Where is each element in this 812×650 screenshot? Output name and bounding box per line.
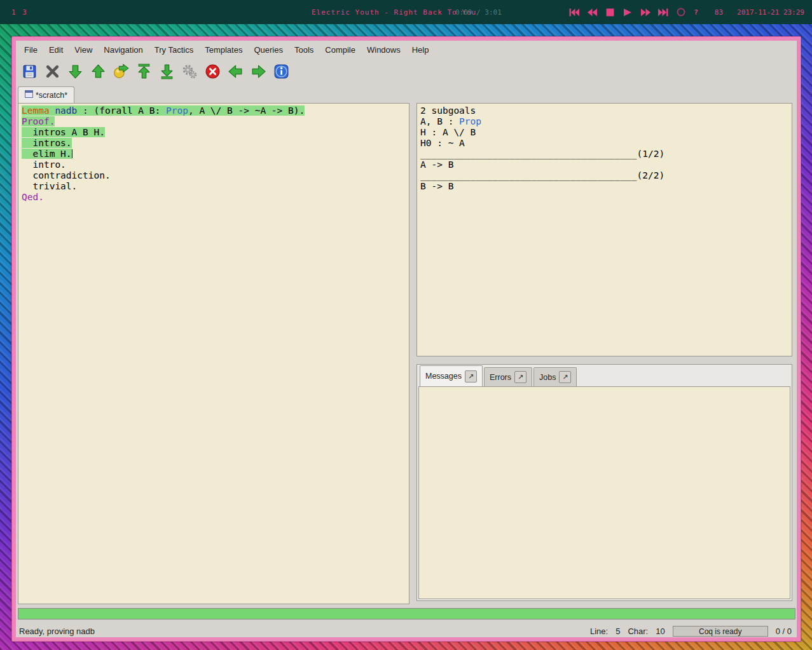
now-playing-time: 0:09 / 3:01 (455, 8, 502, 17)
goal-counter: 0 / 0 (776, 626, 792, 636)
clock: 2017-11-21 23:29 (737, 8, 804, 17)
goals-panel[interactable]: 2 subgoalsA, B : PropH : A \/ BH0 : ~ A_… (416, 103, 792, 356)
goals-line: _______________________________________(… (420, 170, 788, 181)
rewind-icon[interactable] (587, 8, 597, 17)
goals-line: B -> B (420, 181, 788, 192)
messages-tab-row: Messages↗Errors↗Jobs↗ (417, 365, 792, 386)
battery-indicator: 83 (715, 8, 723, 17)
system-bar: 1 3 Electric Youth - Right Back To You 0… (0, 0, 812, 24)
menu-item-edit[interactable]: Edit (43, 42, 69, 58)
back-button[interactable] (226, 62, 244, 80)
detach-errors-button[interactable]: ↗ (514, 371, 526, 383)
now-playing-title: Electric Youth - Right Back To You (312, 8, 476, 17)
forward-button[interactable] (249, 62, 267, 80)
tab-jobs[interactable]: Jobs↗ (533, 367, 577, 386)
status-text: Ready, proving nadb (19, 626, 95, 636)
go-to-end-button[interactable] (158, 62, 175, 80)
script-line: contradiction. (22, 170, 406, 181)
menu-item-templates[interactable]: Templates (199, 42, 248, 58)
fast-forward-icon[interactable] (640, 8, 650, 17)
goals-line: _______________________________________(… (420, 149, 788, 159)
save-button[interactable] (20, 62, 38, 80)
tab-label: Errors (490, 373, 511, 382)
menu-bar: FileEditViewNavigationTry TacticsTemplat… (16, 41, 797, 58)
messages-panel[interactable] (418, 386, 790, 599)
tab-bar: *scratch* (16, 85, 797, 103)
goals-line: A, B : Prop (420, 116, 788, 127)
gears-button[interactable] (181, 62, 198, 80)
char-label: Char: (628, 626, 648, 636)
interrupt-button[interactable] (203, 62, 221, 80)
toolbar (16, 58, 797, 84)
menu-item-navigation[interactable]: Navigation (98, 42, 148, 58)
about-button[interactable] (272, 62, 290, 80)
menu-item-view[interactable]: View (69, 42, 98, 58)
tab-messages[interactable]: Messages↗ (420, 365, 483, 386)
go-to-start-button[interactable] (135, 62, 153, 80)
script-line: intros A B H. (22, 127, 406, 138)
help-indicator[interactable]: ? (694, 8, 698, 17)
menu-item-queries[interactable]: Queries (248, 42, 289, 58)
script-line: intros. (22, 138, 406, 149)
skip-back-icon[interactable] (569, 8, 579, 17)
tab-label: Messages (425, 372, 462, 381)
script-line: Lemma nadb : (forall A B: Prop, A \/ B -… (22, 105, 406, 116)
messages-container: Messages↗Errors↗Jobs↗ (416, 364, 792, 601)
skip-forward-icon[interactable] (658, 8, 668, 17)
menu-item-help[interactable]: Help (406, 42, 435, 58)
char-value: 10 (656, 626, 664, 636)
window-content: FileEditViewNavigationTry TacticsTemplat… (16, 41, 797, 637)
document-icon (25, 90, 33, 100)
line-value: 5 (616, 626, 620, 636)
progress-bar (18, 608, 795, 620)
goals-line: 2 subgoals (420, 105, 788, 116)
tab-scratch[interactable]: *scratch* (18, 86, 74, 103)
coq-state-indicator: Coq is ready (673, 626, 768, 637)
record-icon[interactable] (676, 8, 686, 17)
play-icon[interactable] (623, 8, 633, 17)
script-line: Proof. (22, 116, 406, 127)
menu-item-try-tactics[interactable]: Try Tactics (149, 42, 199, 58)
detach-messages-button[interactable]: ↗ (465, 370, 477, 383)
step-down-button[interactable] (66, 62, 84, 80)
text-cursor (72, 149, 72, 158)
script-line: elim H. (22, 149, 406, 159)
line-label: Line: (590, 626, 608, 636)
tab-label: Jobs (539, 373, 556, 382)
menu-item-compile[interactable]: Compile (319, 42, 361, 58)
go-to-cursor-button[interactable] (112, 62, 130, 80)
stop-icon[interactable] (605, 8, 615, 17)
goals-line: H : A \/ B (420, 127, 788, 138)
goals-line: A -> B (420, 159, 788, 170)
workspace-indicator[interactable]: 1 3 (11, 8, 28, 17)
close-button[interactable] (43, 62, 61, 80)
goals-line: H0 : ~ A (420, 138, 788, 149)
script-line: intro. (22, 159, 406, 170)
script-line: trivial. (22, 181, 406, 192)
media-controls: ? 83 2017-11-21 23:29 (569, 8, 804, 17)
detach-jobs-button[interactable]: ↗ (559, 371, 571, 383)
tab-errors[interactable]: Errors↗ (484, 367, 532, 386)
tab-label: *scratch* (36, 91, 67, 100)
script-editor[interactable]: Lemma nadb : (forall A B: Prop, A \/ B -… (18, 103, 409, 604)
menu-item-windows[interactable]: Windows (361, 42, 406, 58)
menu-item-tools[interactable]: Tools (289, 42, 319, 58)
status-bar: Ready, proving nadb Line: 5 Char: 10 Coq… (16, 625, 797, 638)
step-up-button[interactable] (89, 62, 107, 80)
script-line: Qed. (22, 192, 406, 203)
coqide-window: FileEditViewNavigationTry TacticsTemplat… (11, 36, 801, 642)
menu-item-file[interactable]: File (18, 42, 43, 58)
